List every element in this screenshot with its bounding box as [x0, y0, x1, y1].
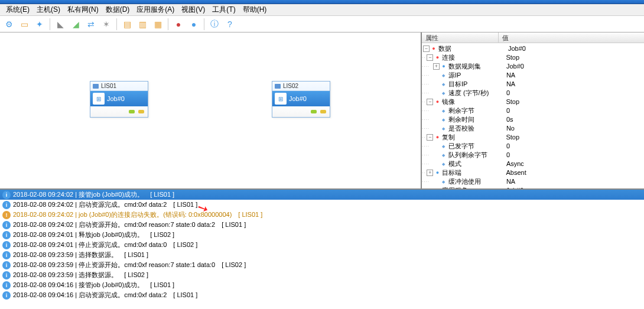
node-job-label: Job#0: [289, 95, 307, 102]
tree-row[interactable]: ··−●镜像Stop: [422, 97, 644, 106]
doc1-icon[interactable]: ▤: [121, 18, 134, 31]
log-row[interactable]: i2018-02-08 09:24:02 | 启动资源完成。cmd:0xf da…: [0, 200, 644, 210]
info-icon[interactable]: ⓘ: [208, 18, 221, 31]
tree-label: 复制: [442, 133, 506, 142]
log-row[interactable]: i2018-02-08 09:24:02 | 启动资源开始。cmd:0xf re…: [0, 220, 644, 230]
tree-toggle-icon[interactable]: −: [427, 99, 433, 105]
tree-row[interactable]: ··+●目标端Absent: [422, 168, 644, 177]
tree-row[interactable]: ··−●连接Stop: [422, 53, 644, 62]
tree-leaf-icon: [441, 179, 447, 185]
tree-value: Absent: [506, 168, 644, 177]
menu-item-6[interactable]: 工具(T): [209, 4, 239, 16]
tree-toggle-icon[interactable]: +: [433, 63, 440, 70]
tree-value: Stop: [506, 133, 644, 142]
menu-item-0[interactable]: 系统(E): [2, 4, 33, 16]
server-icon[interactable]: ▭: [18, 18, 31, 31]
node-job[interactable]: ⊞Job#0: [90, 91, 148, 106]
log-row[interactable]: !2018-02-08 09:24:02 | job (Job#0)的连接启动失…: [0, 210, 644, 220]
tree-row[interactable]: ····模式Async: [422, 160, 644, 168]
menu-item-1[interactable]: 主机(S): [33, 4, 64, 16]
log-row[interactable]: i2018-02-08 09:24:01 | 停止资源完成。cmd:0xf da…: [0, 240, 644, 250]
globe2-icon[interactable]: ●: [187, 18, 200, 31]
log-row[interactable]: i2018-02-08 09:23:59 | 选择数据源。 [ LIS02 ]: [0, 270, 644, 280]
tree-guide: ····: [422, 142, 430, 151]
tree-node-icon: ●: [434, 55, 440, 61]
tree-guide: ····: [422, 124, 430, 133]
tree-toggle-icon[interactable]: −: [427, 54, 433, 61]
tree-row[interactable]: ····目标IPNA: [422, 80, 644, 89]
tree-row[interactable]: ··−●复制Stop: [422, 133, 644, 142]
log-row[interactable]: i2018-02-08 09:23:59 | 停止资源开始。cmd:0xf re…: [0, 260, 644, 270]
properties-header: 属性 值: [422, 32, 644, 43]
tree-label: 模式: [448, 160, 506, 168]
config-icon[interactable]: ⚙: [2, 18, 15, 31]
tree-label: 目标IP: [448, 80, 506, 89]
tree-row[interactable]: ····队列剩余字节0: [422, 151, 644, 160]
led-green-icon: [129, 110, 135, 113]
menu-item-5[interactable]: 视图(V): [178, 4, 209, 16]
tree-label: 已发字节: [448, 142, 506, 151]
help-icon[interactable]: ?: [223, 18, 236, 31]
node-footer: [272, 106, 330, 117]
log-row[interactable]: i2018-02-08 09:04:16 | 接管job (Job#0)成功。 …: [0, 280, 644, 290]
node-LIS01[interactable]: LIS01⊞Job#0: [90, 81, 148, 118]
tree-toggle-icon[interactable]: −: [423, 45, 430, 52]
node-header: LIS01: [90, 82, 148, 91]
info-icon: i: [2, 201, 11, 209]
doc2-icon[interactable]: ▥: [136, 18, 149, 31]
tree-label: 剩余字节: [448, 106, 506, 115]
spark-icon[interactable]: ✶: [100, 18, 113, 31]
properties-col-attr: 属性: [422, 32, 499, 43]
tree-row[interactable]: ····速度 (字节/秒)0: [422, 89, 644, 97]
tree-row[interactable]: ····是否校验No: [422, 124, 644, 133]
tree-value: Job#0: [508, 44, 644, 53]
menu-item-3[interactable]: 数据(D): [102, 4, 134, 16]
tree-node-icon: ●: [434, 99, 440, 105]
menu-item-2[interactable]: 私有网(N): [64, 4, 102, 16]
tree-value: 0: [506, 106, 644, 115]
menu-item-7[interactable]: 帮助(H): [239, 4, 271, 16]
node-header: LIS02: [272, 82, 330, 91]
tree-row[interactable]: ····源IPNA: [422, 71, 644, 80]
doc3-icon[interactable]: ▦: [151, 18, 164, 31]
node-job[interactable]: ⊞Job#0: [272, 91, 330, 106]
tree-node-icon: ●: [434, 170, 440, 176]
tree-row[interactable]: ····缓冲池使用NA: [422, 177, 644, 186]
tree-leaf-icon: [441, 152, 447, 158]
menu-item-4[interactable]: 应用服务(A): [133, 4, 178, 16]
log-header-row[interactable]: i2018-02-08 09:24:02 | 接管job (Job#0)成功。 …: [0, 190, 644, 200]
canvas-area[interactable]: LIS01⊞Job#0LIS02⊞Job#0: [0, 32, 422, 188]
tree-row[interactable]: ····剩余字节0: [422, 106, 644, 115]
log-row[interactable]: i2018-02-08 09:04:16 | 启动资源完成。cmd:0xf da…: [0, 290, 644, 300]
tree-guide: ····: [422, 106, 430, 115]
tree-row[interactable]: ··应用服务Job#0: [422, 186, 644, 188]
log-row[interactable]: i2018-02-08 09:24:01 | 释放job (Job#0)成功。 …: [0, 230, 644, 240]
tree-toggle-icon[interactable]: −: [427, 134, 433, 141]
plug-icon[interactable]: ◣: [54, 18, 67, 31]
node-LIS02[interactable]: LIS02⊞Job#0: [272, 81, 330, 118]
properties-tree[interactable]: −●数据Job#0··−●连接Stop····+●数据规则集Job#0····源…: [422, 43, 644, 188]
menu-bar: 系统(E)主机(S)私有网(N)数据(D)应用服务(A)视图(V)工具(T)帮助…: [0, 4, 644, 16]
info-icon: i: [2, 241, 11, 249]
find-icon[interactable]: ✦: [33, 18, 46, 31]
plug2-icon[interactable]: ◢: [69, 18, 82, 31]
tree-label: 剩余时间: [448, 115, 506, 124]
tree-value: 0: [506, 142, 644, 151]
globe-icon[interactable]: ●: [172, 18, 185, 31]
log-row[interactable]: i2018-02-08 09:23:59 | 选择数据源。 [ LIS01 ]: [0, 250, 644, 260]
arrows-icon[interactable]: ⇄: [84, 18, 97, 31]
tree-row[interactable]: ····已发字节0: [422, 142, 644, 151]
tree-row[interactable]: −●数据Job#0: [422, 44, 644, 53]
tree-label: 连接: [442, 53, 506, 62]
connection-line: [148, 102, 272, 103]
info-icon: i: [2, 221, 11, 229]
tree-row[interactable]: ····+●数据规则集Job#0: [422, 62, 644, 71]
tree-guide: ····: [422, 160, 430, 168]
tree-label: 速度 (字节/秒): [448, 89, 506, 97]
tree-guide: ····: [422, 177, 430, 186]
tree-guide: ··: [422, 133, 425, 142]
tree-row[interactable]: ····剩余时间0s: [422, 115, 644, 124]
tree-node-icon: ●: [431, 46, 437, 52]
tree-value: 0: [506, 89, 644, 97]
tree-toggle-icon[interactable]: +: [427, 170, 433, 176]
